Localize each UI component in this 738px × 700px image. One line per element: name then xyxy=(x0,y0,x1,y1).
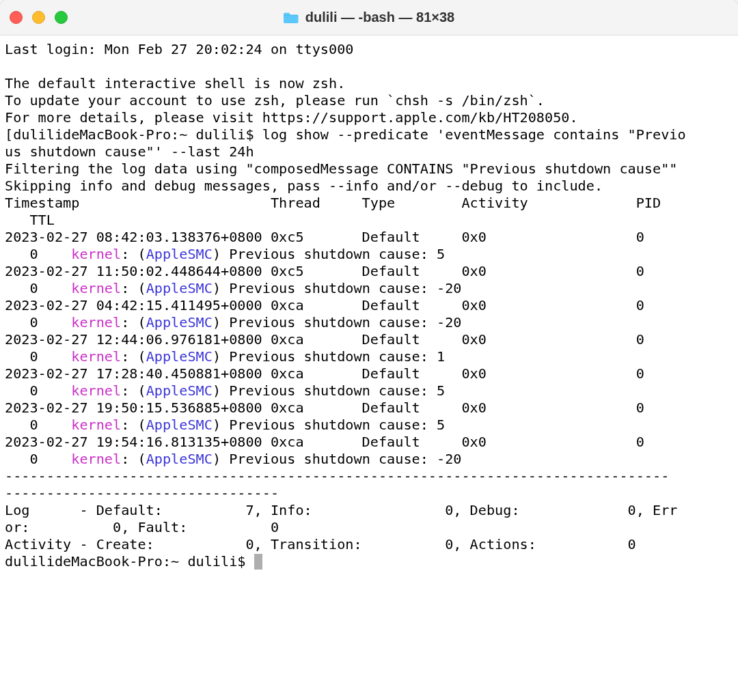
applesmc-label: AppleSMC xyxy=(146,314,213,331)
kernel-label: kernel xyxy=(71,280,121,296)
maximize-icon[interactable] xyxy=(55,11,68,24)
applesmc-label: AppleSMC xyxy=(146,348,213,365)
close-icon[interactable] xyxy=(10,11,23,24)
kernel-label: kernel xyxy=(71,314,121,331)
log-entry-line: 2023-02-27 19:50:15.536885+0800 0xca Def… xyxy=(5,400,669,416)
log-entry-line: 2023-02-27 08:42:03.138376+0800 0xc5 Def… xyxy=(5,229,669,245)
applesmc-label: AppleSMC xyxy=(146,417,213,433)
log-entry-line: 2023-02-27 19:54:16.813135+0800 0xca Def… xyxy=(5,434,669,450)
kernel-label: kernel xyxy=(71,382,121,399)
applesmc-label: AppleSMC xyxy=(146,246,213,262)
applesmc-label: AppleSMC xyxy=(146,382,213,399)
kernel-label: kernel xyxy=(71,451,121,467)
applesmc-label: AppleSMC xyxy=(146,451,213,467)
terminal-content[interactable]: Last login: Mon Feb 27 20:02:24 on ttys0… xyxy=(0,36,738,700)
folder-icon xyxy=(284,12,299,24)
cursor[interactable] xyxy=(254,554,262,570)
log-entry-line: 2023-02-27 04:42:15.411495+0000 0xca Def… xyxy=(5,297,669,313)
terminal-window: dulili — -bash — 81×38 Last login: Mon F… xyxy=(0,0,738,700)
window-title: dulili — -bash — 81×38 xyxy=(284,10,454,25)
kernel-label: kernel xyxy=(71,417,121,433)
applesmc-label: AppleSMC xyxy=(146,280,213,296)
last-login-line: Last login: Mon Feb 27 20:02:24 on ttys0… xyxy=(5,41,353,57)
log-entry-line: 2023-02-27 12:44:06.976181+0800 0xca Def… xyxy=(5,331,669,348)
log-entry-line: 2023-02-27 17:28:40.450881+0800 0xca Def… xyxy=(5,365,669,382)
prompt: dulilideMacBook-Pro:~ dulili$ xyxy=(5,553,254,570)
window-title-text: dulili — -bash — 81×38 xyxy=(305,10,454,25)
titlebar[interactable]: dulili — -bash — 81×38 xyxy=(0,0,738,36)
log-entry-line: 2023-02-27 11:50:02.448644+0800 0xc5 Def… xyxy=(5,263,669,279)
traffic-lights xyxy=(10,11,68,24)
kernel-label: kernel xyxy=(71,348,121,365)
kernel-label: kernel xyxy=(71,246,121,262)
minimize-icon[interactable] xyxy=(32,11,45,24)
